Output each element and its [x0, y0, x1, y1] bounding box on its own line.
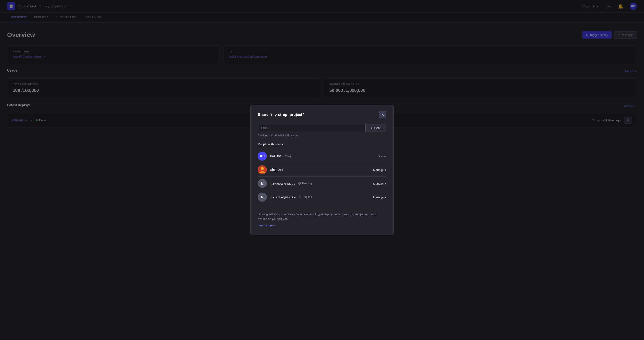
manage-mark-button[interactable]: Manage ▾: [373, 182, 386, 185]
person-row-marie: M marie.doe@strapi.io ⏱ Expired Manage ▾: [258, 190, 386, 204]
avatar-marie: M: [258, 192, 267, 202]
pending-label: Pending: [302, 182, 312, 185]
send-icon: ➤: [370, 126, 373, 130]
person-email-mark: mark.doe@strapi.io: [270, 182, 295, 185]
email-input[interactable]: [258, 124, 366, 132]
person-info-kai: Kai Doe ( You): [270, 154, 291, 158]
sharing-description: Sharing will allow other users to access…: [258, 212, 386, 222]
dialog-title: Share "my-strapi-project": [258, 112, 304, 117]
dialog-header: Share "my-strapi-project" ✕: [258, 111, 386, 118]
expired-label: Expired: [303, 196, 312, 199]
person-info-marie: marie.doe@strapi.io ⏱ Expired: [270, 195, 312, 199]
manage-alex-button[interactable]: Manage ▾: [373, 168, 386, 172]
modal-overlay[interactable]: Share "my-strapi-project" ✕ ➤ Send A uni…: [0, 0, 644, 340]
pending-badge: ⏱ Pending: [298, 182, 312, 185]
person-name-kai: Kai Doe: [270, 154, 282, 158]
owner-label: Owner: [378, 154, 386, 158]
person-info-mark: mark.doe@strapi.io ⏱ Pending: [270, 182, 312, 185]
learn-more-link[interactable]: Learn more ↗: [258, 223, 276, 228]
svg-point-1: [261, 167, 264, 170]
avatar-mark: M: [258, 179, 267, 188]
manage-marie-button[interactable]: Manage ▾: [373, 196, 386, 199]
send-label: Send: [374, 126, 382, 130]
close-dialog-button[interactable]: ✕: [379, 111, 386, 118]
share-dialog: Share "my-strapi-project" ✕ ➤ Send A uni…: [250, 105, 394, 235]
person-email-marie: marie.doe@strapi.io: [270, 196, 296, 199]
person-you-badge: ( You): [283, 154, 291, 158]
person-name-alex: Alex Doe: [270, 168, 283, 172]
expired-icon: ⏱: [299, 195, 302, 199]
avatar-kai: KD: [258, 152, 267, 160]
pending-icon: ⏱: [298, 182, 301, 185]
email-hint: A unique invitation link will be sent: [258, 134, 386, 137]
avatar-alex: [258, 165, 267, 174]
email-invite-row: ➤ Send: [258, 124, 386, 132]
learn-more-icon: ↗: [274, 223, 276, 228]
send-invite-button[interactable]: ➤ Send: [366, 124, 386, 132]
person-row-alex: Alex Doe Manage ▾: [258, 163, 386, 177]
expired-badge: ⏱ Expired: [299, 195, 312, 199]
people-heading: People with access: [258, 142, 386, 146]
person-info-alex: Alex Doe: [270, 168, 283, 172]
dialog-footer: Sharing will allow other users to access…: [258, 208, 386, 228]
person-row-kai: KD Kai Doe ( You) Owner: [258, 150, 386, 163]
learn-more-text: Learn more: [258, 223, 272, 228]
person-row-mark: M mark.doe@strapi.io ⏱ Pending Manage ▾: [258, 177, 386, 190]
